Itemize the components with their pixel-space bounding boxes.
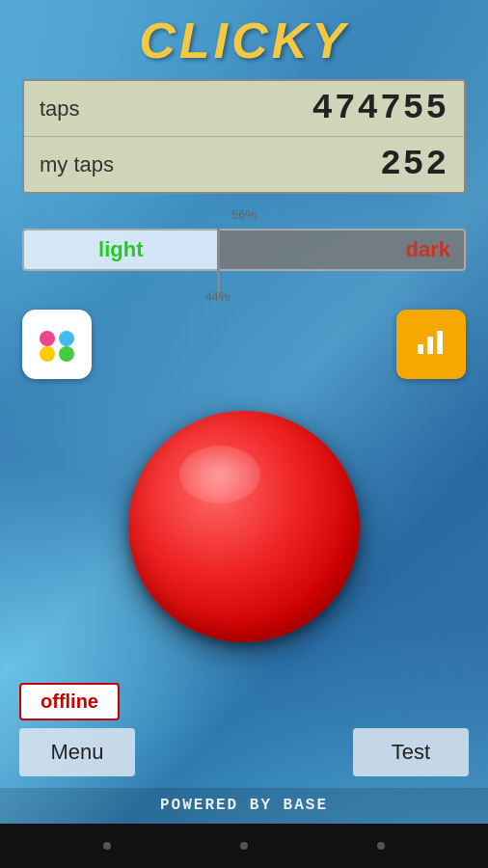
svg-point-0 [32, 319, 82, 369]
powered-by-text: POWERED BY BASE [160, 797, 328, 814]
svg-rect-6 [427, 337, 433, 354]
app-title: CLICKY [139, 12, 349, 69]
clicky-button[interactable] [128, 411, 360, 642]
chart-icon [414, 323, 448, 366]
powered-by-section: POWERED BY BASE [0, 788, 488, 824]
my-taps-row: my taps 252 [24, 137, 464, 192]
my-taps-value: 252 [380, 145, 448, 184]
bottom-area: offline Menu Test [0, 683, 488, 788]
nav-bar [0, 824, 488, 868]
red-button-container [128, 369, 360, 683]
bottom-buttons: Menu Test [19, 728, 469, 776]
menu-button[interactable]: Menu [19, 728, 135, 776]
test-button[interactable]: Test [353, 728, 469, 776]
nav-dot-2 [240, 842, 248, 850]
dark-label: dark [406, 237, 450, 262]
svg-point-2 [59, 331, 74, 346]
taps-value: 474755 [312, 89, 448, 128]
slider-divider [217, 229, 220, 296]
game-center-icon [32, 319, 82, 369]
svg-point-1 [40, 331, 55, 346]
light-label: light [98, 237, 143, 262]
light-percent-bottom: 44% [204, 289, 230, 304]
light-side[interactable]: light [24, 231, 218, 269]
svg-point-4 [59, 346, 74, 362]
taps-row: taps 474755 [24, 81, 464, 137]
dark-percent-top: 56% [231, 207, 257, 222]
svg-point-3 [40, 346, 55, 362]
game-center-button[interactable] [22, 310, 92, 379]
my-taps-label: my taps [40, 152, 114, 177]
light-dark-slider[interactable]: 56% light dark 44% [22, 207, 466, 304]
chart-button[interactable] [396, 310, 466, 379]
slider-bar[interactable]: light dark [22, 229, 466, 271]
stats-panel: taps 474755 my taps 252 [22, 79, 466, 194]
nav-dot-1 [103, 842, 111, 850]
offline-text: offline [41, 691, 98, 712]
offline-button[interactable]: offline [19, 683, 120, 720]
taps-label: taps [40, 96, 80, 122]
svg-rect-7 [437, 331, 443, 354]
nav-dot-3 [377, 842, 385, 850]
svg-rect-5 [418, 344, 423, 354]
dark-side[interactable]: dark [218, 231, 464, 269]
